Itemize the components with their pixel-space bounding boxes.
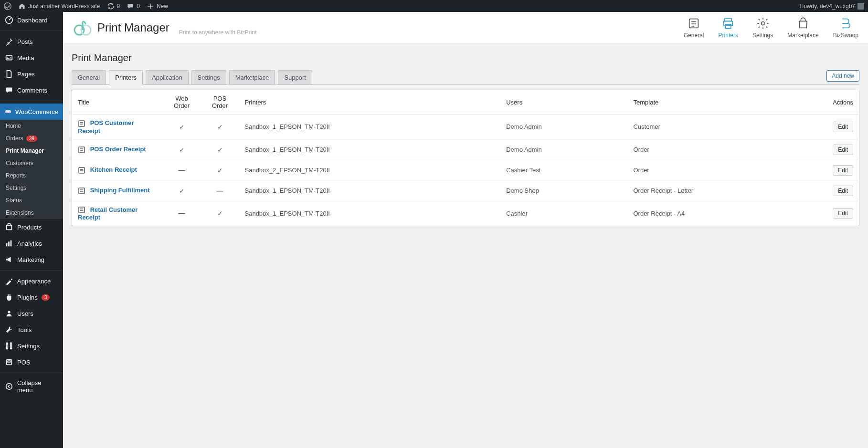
row-title-link[interactable]: POS Customer Receipt	[78, 119, 134, 135]
tab-printers[interactable]: Printers	[109, 70, 143, 85]
row-printers: Sandbox_1_EPSON_TM-T20II	[239, 115, 501, 140]
svg-point-3	[7, 57, 8, 58]
submenu-customers[interactable]: Customers	[0, 157, 63, 169]
edit-button[interactable]: Edit	[833, 208, 853, 219]
submenu-extensions[interactable]: Extensions	[0, 207, 63, 219]
col-printers: Printers	[239, 90, 501, 115]
row-template: Order Receipt - Letter	[627, 180, 821, 201]
edit-button[interactable]: Edit	[833, 145, 853, 155]
submenu-reports[interactable]: Reports	[0, 169, 63, 182]
svg-rect-26	[725, 24, 731, 28]
receipt-icon	[78, 167, 85, 174]
comments-link[interactable]: 0	[127, 2, 140, 10]
nav-settings[interactable]: Settings	[752, 17, 773, 39]
wp-logo[interactable]	[4, 2, 11, 10]
nav-marketplace[interactable]: Marketplace	[787, 17, 818, 39]
tab-nav: General Printers Application Settings Ma…	[72, 70, 859, 85]
new-link[interactable]: New	[147, 2, 168, 10]
new-label: New	[157, 3, 168, 10]
row-printers: Sandbox_1_EPSON_TM-T20II	[239, 201, 501, 226]
submenu-print-manager[interactable]: Print Manager	[0, 145, 63, 157]
svg-rect-28	[79, 121, 85, 126]
row-users: Demo Admin	[500, 115, 627, 140]
submenu-orders[interactable]: Orders 39	[0, 132, 63, 145]
admin-bar: Just another WordPress site 9 0 New Howd…	[0, 0, 868, 12]
brand: Print Manager Print to anywhere with Biz…	[73, 18, 256, 38]
brand-subtitle: Print to anywhere with BizPrint	[179, 29, 257, 38]
col-actions: Actions	[821, 90, 859, 115]
svg-rect-37	[79, 188, 85, 194]
bizswoop-icon	[839, 17, 852, 30]
comments-count: 0	[137, 3, 140, 10]
menu-woocommerce[interactable]: woo WooCommerce	[0, 104, 63, 120]
site-name: Just another WordPress site	[28, 3, 100, 10]
comment-icon	[127, 2, 134, 10]
nav-printers[interactable]: Printers	[719, 17, 738, 39]
pos-order-status: ✓	[217, 146, 223, 154]
submenu-home[interactable]: Home	[0, 120, 63, 132]
web-order-status: —	[179, 209, 185, 217]
row-printers: Sandbox_1_EPSON_TM-T20II	[239, 180, 501, 201]
woocommerce-submenu: Home Orders 39 Print Manager Customers R…	[0, 120, 63, 219]
svg-rect-34	[79, 167, 85, 173]
submenu-status[interactable]: Status	[0, 194, 63, 207]
receipt-icon	[78, 206, 85, 214]
submenu-settings[interactable]: Settings	[0, 182, 63, 194]
edit-button[interactable]: Edit	[833, 122, 853, 132]
tab-support[interactable]: Support	[278, 70, 312, 84]
admin-sidebar: Dashboard Posts Media Pages Comments woo…	[0, 12, 63, 235]
table-row: POS Order Receipt ✓ ✓ Sandbox_1_EPSON_TM…	[72, 139, 859, 160]
col-template: Template	[627, 90, 821, 115]
page-icon	[5, 70, 13, 78]
receipt-icon	[78, 120, 85, 127]
menu-label: Comments	[17, 87, 47, 94]
pin-icon	[5, 37, 13, 46]
col-pos-order: POS Order	[201, 90, 239, 115]
list-icon	[687, 17, 700, 30]
tab-general[interactable]: General	[72, 70, 106, 84]
menu-pages[interactable]: Pages	[0, 66, 63, 82]
updates-link[interactable]: 9	[107, 2, 120, 10]
menu-products[interactable]: Products	[0, 219, 63, 235]
menu-media[interactable]: Media	[0, 50, 63, 66]
pos-order-status: —	[217, 187, 223, 195]
edit-button[interactable]: Edit	[833, 165, 853, 176]
products-icon	[5, 223, 13, 231]
svg-rect-40	[79, 207, 85, 213]
table-row: Shipping Fulfillment ✓ — Sandbox_1_EPSON…	[72, 180, 859, 201]
row-title-link[interactable]: Shipping Fulfillment	[90, 187, 150, 194]
updates-count: 9	[117, 3, 120, 10]
bag-icon	[796, 17, 810, 30]
account-link[interactable]: Howdy, dev4_wuxgb7	[799, 3, 864, 10]
plugin-header: Print Manager Print to anywhere with Biz…	[63, 12, 868, 44]
menu-dashboard[interactable]: Dashboard	[0, 12, 63, 28]
site-link[interactable]: Just another WordPress site	[18, 2, 100, 10]
menu-posts[interactable]: Posts	[0, 33, 63, 50]
edit-button[interactable]: Edit	[833, 186, 853, 196]
table-row: POS Customer Receipt ✓ ✓ Sandbox_1_EPSON…	[72, 115, 859, 140]
row-users: Demo Shop	[500, 180, 627, 201]
table-header-row: Title Web Order POS Order Printers Users…	[72, 90, 859, 115]
col-users: Users	[500, 90, 627, 115]
row-title-link[interactable]: Retail Customer Receipt	[78, 206, 138, 221]
dashboard-icon	[5, 16, 13, 24]
row-users: Cashier	[500, 201, 627, 226]
row-title-link[interactable]: Kitchen Receipt	[90, 166, 137, 173]
svg-rect-24	[725, 19, 731, 21]
nav-bizswoop[interactable]: BizSwoop	[833, 17, 858, 39]
web-order-status: ✓	[179, 146, 185, 154]
tab-marketplace[interactable]: Marketplace	[229, 70, 275, 84]
menu-comments[interactable]: Comments	[0, 82, 63, 98]
svg-text:woo: woo	[6, 111, 11, 113]
add-new-button[interactable]: Add new	[826, 70, 859, 82]
row-title-link[interactable]: POS Order Receipt	[90, 146, 146, 153]
printer-icon	[721, 17, 735, 30]
updates-icon	[107, 2, 115, 10]
tab-application[interactable]: Application	[146, 70, 189, 84]
menu-label: Pages	[17, 71, 35, 78]
woocommerce-icon: woo	[5, 107, 11, 116]
header-nav: General Printers Settings Marketplace Bi…	[684, 17, 858, 39]
nav-general[interactable]: General	[684, 17, 704, 39]
menu-label: Media	[17, 54, 34, 62]
tab-settings[interactable]: Settings	[191, 70, 226, 84]
